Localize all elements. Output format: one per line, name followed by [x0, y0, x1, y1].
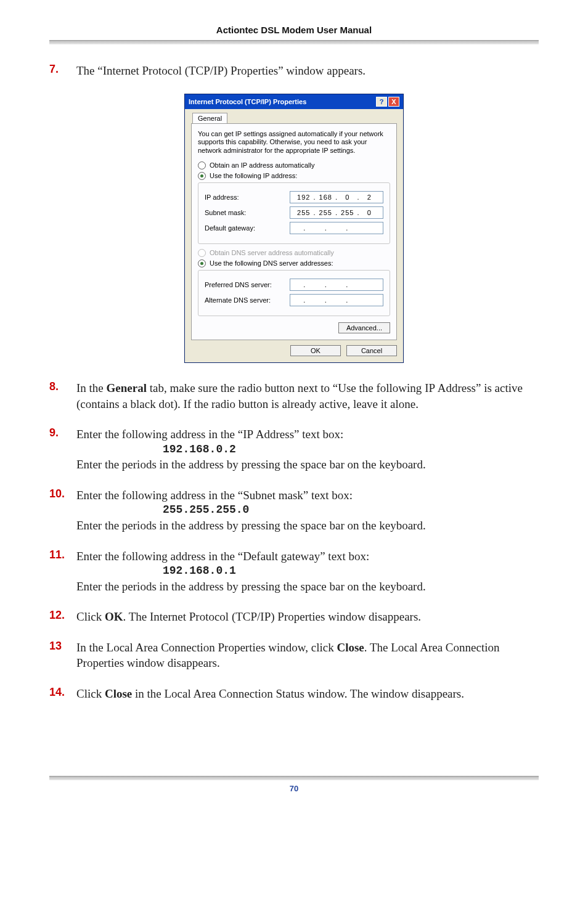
- tcpip-dialog: Internet Protocol (TCP/IP) Properties ? …: [184, 94, 404, 363]
- ip-oct-3: 0: [338, 194, 357, 201]
- code-ip-address: 192.168.0.2: [163, 442, 539, 457]
- input-ip-address[interactable]: 192. 168. 0. 2: [290, 191, 383, 203]
- radio-icon: [198, 249, 206, 257]
- radio-use-following-dns[interactable]: Use the following DNS server addresses:: [198, 259, 390, 267]
- tab-general[interactable]: General: [192, 113, 227, 123]
- step-10-number: 10.: [49, 487, 76, 534]
- header-rule: [49, 40, 539, 44]
- t: Enter the periods in the address by pres…: [76, 458, 426, 471]
- radio-obtain-dns-auto-label: Obtain DNS server address automatically: [210, 249, 334, 256]
- step-14-text: Click Close in the Local Area Connection…: [76, 686, 539, 702]
- t: Click: [76, 687, 105, 700]
- label-default-gateway: Default gateway:: [205, 224, 290, 232]
- dialog-title-text: Internet Protocol (TCP/IP) Properties: [189, 98, 306, 105]
- radio-obtain-dns-auto: Obtain DNS server address automatically: [198, 249, 390, 257]
- t: Enter the following address in the “: [76, 428, 243, 441]
- t: ) Properties window disappears.: [271, 610, 421, 623]
- t: Click: [76, 610, 105, 623]
- step-8-text: In the General tab, make sure the radio …: [76, 380, 539, 412]
- ok-button[interactable]: OK: [290, 345, 341, 356]
- step-13-text: In the Local Area Connection Properties …: [76, 640, 539, 671]
- ip-oct-2: 168: [316, 194, 335, 201]
- radio-obtain-ip-auto[interactable]: Obtain an IP address automatically: [198, 161, 390, 169]
- step-7-tcpip: TCP/IP: [189, 64, 224, 77]
- t: Enter the following address in the “Subn…: [76, 489, 353, 502]
- step-12-number: 12.: [49, 609, 76, 625]
- gw-oct-1: .: [294, 224, 316, 232]
- label-preferred-dns: Preferred DNS server:: [205, 281, 290, 288]
- ip-group: IP address: 192. 168. 0. 2 Subnet mask:: [198, 182, 390, 244]
- input-preferred-dns[interactable]: ...: [290, 279, 383, 291]
- page-number: 70: [49, 784, 539, 793]
- gw-oct-2: .: [316, 224, 337, 232]
- sn-oct-2: 255: [316, 209, 335, 216]
- t: In the: [76, 381, 107, 394]
- step-10: 10. Enter the following address in the “…: [49, 487, 539, 534]
- t: General: [107, 381, 147, 394]
- step-8: 8. In the General tab, make sure the rad…: [49, 380, 539, 412]
- t: tab, make sure the radio button next to …: [147, 381, 425, 394]
- dialog-description: You can get IP settings assigned automat…: [198, 130, 390, 155]
- cancel-button[interactable]: Cancel: [346, 345, 397, 356]
- step-8-number: 8.: [49, 380, 76, 412]
- step-7: 7. The “Internet Protocol (TCP/IP) Prope…: [49, 63, 539, 79]
- radio-use-following-ip[interactable]: Use the following IP address:: [198, 172, 390, 180]
- code-default-gateway: 192.168.0.1: [163, 564, 539, 578]
- t: Enter the periods in the address by pres…: [76, 519, 426, 532]
- step-11: 11. Enter the following address in the “…: [49, 548, 539, 595]
- step-14: 14. Click Close in the Local Area Connec…: [49, 686, 539, 702]
- t: Enter the following address in the “Defa…: [76, 550, 369, 563]
- sn-oct-1: 255: [294, 209, 313, 216]
- t: In the Local Area Connection Properties …: [76, 641, 337, 654]
- step-11-number: 11.: [49, 548, 76, 595]
- input-default-gateway[interactable]: . . .: [290, 222, 383, 234]
- code-subnet-mask: 255.255.255.0: [163, 503, 539, 517]
- dialog-close-button[interactable]: X: [388, 97, 399, 107]
- label-alternate-dns: Alternate DNS server:: [205, 296, 290, 304]
- t: Close: [105, 687, 132, 700]
- input-alternate-dns[interactable]: ...: [290, 294, 383, 306]
- footer-rule: [49, 776, 539, 780]
- radio-use-following-ip-label: Use the following IP address:: [210, 172, 297, 179]
- radio-icon: [198, 259, 206, 267]
- dialog-help-button[interactable]: ?: [376, 97, 387, 107]
- step-7-a: The “Internet Protocol (: [76, 64, 189, 77]
- step-9-text: Enter the following address in the “IP A…: [76, 426, 539, 473]
- radio-use-following-dns-label: Use the following DNS server addresses:: [210, 259, 333, 267]
- input-subnet-mask[interactable]: 255. 255. 255. 0: [290, 206, 383, 219]
- label-ip-address: IP address:: [205, 194, 290, 201]
- t: IP: [243, 428, 253, 441]
- ip-oct-1: 192: [294, 194, 313, 201]
- t: Enter the periods in the address by pres…: [76, 580, 426, 593]
- t: TCP/IP: [235, 610, 271, 623]
- step-13-number: 13: [49, 640, 76, 671]
- t: Close: [337, 641, 364, 654]
- t: Address” text box:: [253, 428, 343, 441]
- dialog-titlebar: Internet Protocol (TCP/IP) Properties ? …: [185, 94, 403, 109]
- dialog-panel: You can get IP settings assigned automat…: [191, 123, 397, 340]
- ip-oct-4: 2: [360, 194, 379, 201]
- t: in the Local Area Connection Status wind…: [132, 687, 464, 700]
- t: OK: [105, 610, 123, 623]
- step-14-number: 14.: [49, 686, 76, 702]
- label-subnet-mask: Subnet mask:: [205, 209, 290, 216]
- step-12-text: Click OK. The Internet Protocol (TCP/IP)…: [76, 609, 539, 625]
- step-9: 9. Enter the following address in the “I…: [49, 426, 539, 473]
- advanced-button[interactable]: Advanced...: [338, 322, 390, 333]
- step-13: 13 In the Local Area Connection Properti…: [49, 640, 539, 671]
- step-7-number: 7.: [49, 63, 76, 79]
- page-header: Actiontec DSL Modem User Manual: [49, 25, 539, 40]
- step-12: 12. Click OK. The Internet Protocol (TCP…: [49, 609, 539, 625]
- step-11-text: Enter the following address in the “Defa…: [76, 548, 539, 595]
- step-10-text: Enter the following address in the “Subn…: [76, 487, 539, 534]
- t: IP: [425, 381, 435, 394]
- step-7-text: The “Internet Protocol (TCP/IP) Properti…: [76, 63, 539, 79]
- radio-obtain-ip-auto-label: Obtain an IP address automatically: [210, 161, 314, 169]
- radio-icon: [198, 161, 206, 169]
- dns-group: Preferred DNS server: ... Alternate DNS …: [198, 270, 390, 316]
- radio-icon: [198, 172, 206, 180]
- step-9-number: 9.: [49, 426, 76, 473]
- tcpip-dialog-screenshot: Internet Protocol (TCP/IP) Properties ? …: [49, 94, 539, 363]
- sn-oct-3: 255: [338, 209, 357, 216]
- gw-oct-3: .: [337, 224, 358, 232]
